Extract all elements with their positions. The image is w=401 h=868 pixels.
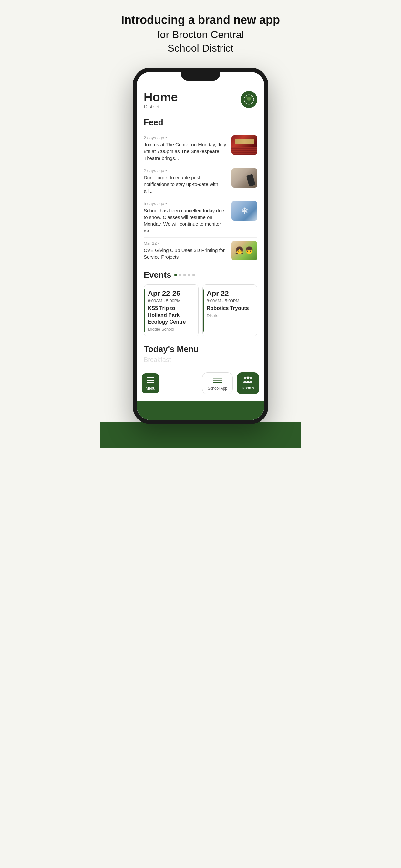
menu-label: Menu	[146, 386, 155, 391]
feed-body: Don't forget to enable push notification…	[144, 174, 227, 194]
event-time-2: 8:00AM - 5:00PM	[207, 299, 253, 303]
people-group-icon	[243, 376, 252, 384]
feed-section-title: Feed	[144, 118, 257, 128]
events-pagination-dots	[174, 274, 195, 276]
event-name-2: Robotics Tryouts	[207, 305, 253, 312]
phone-mockup: Home District	[133, 68, 268, 424]
feed-thumbnail-phone	[232, 168, 257, 188]
svg-rect-9	[147, 380, 154, 381]
school-logo-icon	[244, 94, 254, 104]
feed-thumbnail-theater	[232, 135, 257, 155]
feed-timestamp: 2 days ago •	[144, 135, 227, 140]
nav-menu-button[interactable]: Menu	[142, 373, 159, 393]
home-title: Home	[144, 91, 178, 103]
home-title-block: Home District	[144, 91, 178, 110]
svg-rect-13	[213, 378, 222, 379]
school-app-icon	[213, 376, 222, 385]
school-app-label: School App	[208, 386, 227, 391]
feed-body: Join us at The Center on Monday, July 8t…	[144, 141, 227, 161]
events-grid: Apr 22-26 8:00AM - 5:00PM KS5 Trip to Ho…	[144, 284, 257, 336]
feed-item[interactable]: Mar 12 • CVE Giving Club Uses 3D Printin…	[144, 238, 257, 264]
dot-1	[174, 274, 177, 276]
svg-point-14	[244, 377, 246, 379]
home-subtitle: District	[144, 104, 178, 110]
page-footer-green	[100, 423, 301, 448]
dot-3	[183, 274, 186, 276]
phone-notch	[181, 72, 220, 81]
feed-timestamp: 2 days ago •	[144, 168, 227, 173]
event-time-1: 8:00AM - 5:00PM	[148, 299, 194, 303]
app-content: Home District	[136, 72, 265, 363]
rooms-label: Rooms	[242, 386, 254, 391]
svg-point-4	[248, 98, 248, 99]
event-location-2: District	[207, 313, 253, 318]
phone-container: Home District	[100, 65, 301, 424]
avatar[interactable]	[241, 91, 257, 108]
svg-rect-12	[213, 380, 222, 381]
headline-lines23: for Brocton Central School District	[110, 28, 291, 55]
dot-2	[179, 274, 181, 276]
bottom-green-bar	[136, 401, 265, 420]
feed-timestamp: 5 days ago •	[144, 201, 227, 206]
svg-rect-8	[147, 377, 154, 378]
feed-body: CVE Giving Club Uses 3D Printing for Ser…	[144, 247, 227, 260]
feed-item[interactable]: 2 days ago • Join us at The Center on Mo…	[144, 132, 257, 165]
event-name-1: KS5 Trip to Holland Park Ecology Centre	[148, 305, 194, 325]
feed-item[interactable]: 5 days ago • School has been cancelled t…	[144, 198, 257, 238]
nav-school-app-button[interactable]: School App	[202, 372, 233, 394]
event-date-1: Apr 22-26	[148, 289, 194, 298]
feed-text: Mar 12 • CVE Giving Club Uses 3D Printin…	[144, 241, 227, 260]
bottom-nav: Menu School App	[136, 369, 265, 401]
home-header: Home District	[144, 91, 257, 110]
feed-timestamp: Mar 12 •	[144, 241, 227, 246]
svg-rect-11	[213, 382, 222, 383]
feed-thumbnail-kids	[232, 241, 257, 260]
phone-screen: Home District	[136, 72, 265, 420]
hamburger-icon	[147, 377, 154, 383]
dot-4	[188, 274, 190, 276]
menu-section: Today's Menu Breakfast	[144, 344, 257, 364]
event-date-2: Apr 22	[207, 289, 253, 298]
event-card-2[interactable]: Apr 22 8:00AM - 5:00PM Robotics Tryouts …	[203, 284, 257, 336]
feed-body: School has been cancelled today due to s…	[144, 207, 227, 234]
nav-right: School App	[202, 372, 259, 394]
events-header: Events	[144, 270, 257, 280]
svg-rect-10	[147, 382, 154, 383]
nav-rooms-button[interactable]: Rooms	[237, 372, 259, 394]
menu-section-title: Today's Menu	[144, 344, 257, 354]
feed-text: 5 days ago • School has been cancelled t…	[144, 201, 227, 234]
dot-5	[192, 274, 195, 276]
event-card-1[interactable]: Apr 22-26 8:00AM - 5:00PM KS5 Trip to Ho…	[144, 284, 198, 336]
feed-thumbnail-snow	[232, 201, 257, 221]
page-header: Introducing a brand new app for Brocton …	[100, 0, 301, 65]
menu-icon	[146, 376, 155, 385]
svg-point-16	[250, 377, 252, 379]
headline-line1: Introducing a brand new app	[110, 13, 291, 27]
feed-item[interactable]: 2 days ago • Don't forget to enable push…	[144, 165, 257, 198]
events-section-title: Events	[144, 270, 171, 280]
layers-icon	[213, 376, 222, 385]
feed-list: 2 days ago • Join us at The Center on Mo…	[144, 132, 257, 264]
menu-preview: Breakfast	[144, 356, 257, 364]
svg-point-15	[246, 376, 249, 379]
feed-text: 2 days ago • Don't forget to enable push…	[144, 168, 227, 194]
rooms-icon	[243, 376, 252, 384]
event-location-1: Middle School	[148, 327, 194, 332]
svg-point-5	[250, 98, 250, 99]
feed-text: 2 days ago • Join us at The Center on Mo…	[144, 135, 227, 161]
